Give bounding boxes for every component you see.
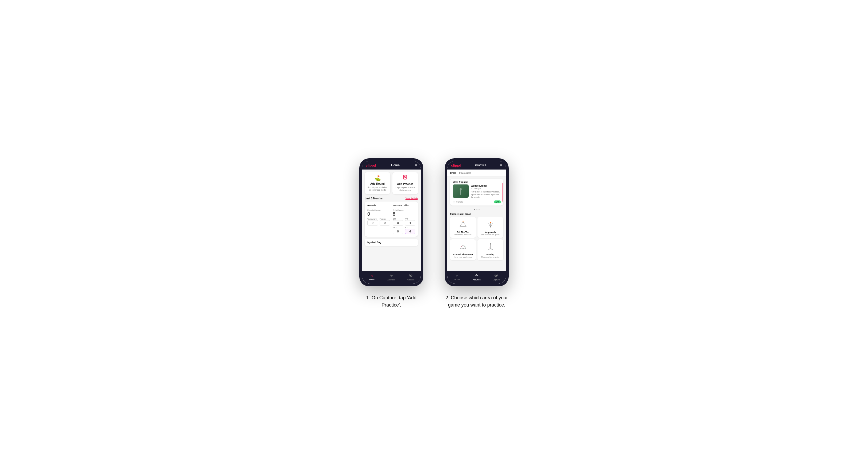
- most-popular-label: Most Popular: [450, 179, 503, 184]
- svg-point-16: [464, 246, 465, 247]
- phone2-nav-home[interactable]: ⌂ Home: [447, 271, 467, 284]
- explore-title: Explore skill areas: [450, 213, 503, 215]
- featured-title: Wedge Ladder: [471, 184, 501, 187]
- nav-home[interactable]: ⌂ Home: [362, 271, 381, 284]
- approach-skill-desc: Dial-in to hit the green: [481, 234, 499, 236]
- phone2-activities-nav-label: Activities: [473, 279, 480, 281]
- add-round-icon: ⛳: [374, 175, 381, 181]
- tabs-row: Drills Favourites: [447, 169, 506, 177]
- activities-nav-label: Activities: [388, 279, 395, 281]
- tournament-stat: Tournament 0: [367, 218, 378, 225]
- approach-skill-icon: [485, 219, 496, 230]
- rounds-title: Rounds: [367, 204, 390, 208]
- stats-panel: Rounds Rounds Capture 0 Tournament 0: [365, 201, 418, 237]
- phone2-menu-icon[interactable]: ≡: [500, 163, 502, 167]
- skill-card-putt[interactable]: Putting Make and lag practice: [477, 239, 503, 260]
- drills-row2: ARG 0 PUTT 4: [393, 226, 415, 234]
- carousel-dots: [447, 208, 506, 211]
- atg-skill-name: Around The Green: [453, 253, 473, 256]
- phone2-activities-nav-icon: [475, 274, 478, 278]
- app-label: APP: [405, 218, 415, 220]
- putt-value: 4: [405, 229, 415, 234]
- app-value: 4: [405, 220, 415, 225]
- phone2-screen: clippd Practice ≡ Drills Favourites Most…: [447, 161, 506, 284]
- practice-label: Practice: [380, 218, 390, 220]
- skill-card-approach[interactable]: Approach Dial-in to hit the green: [477, 217, 503, 238]
- svg-point-1: [405, 176, 406, 177]
- svg-point-23: [496, 275, 497, 276]
- phone2-content: Most Popular Wedge: [447, 177, 506, 271]
- phone2-frame: clippd Practice ≡ Drills Favourites Most…: [445, 158, 509, 286]
- rounds-substats: Tournament 0 Practice 0: [367, 218, 390, 225]
- caption2: 2. Choose which area of your game you wa…: [445, 294, 509, 309]
- featured-content: Wedge Ladder 50–100 yds Play 1 shot at e…: [450, 184, 503, 200]
- putt-label: PUTT: [405, 226, 415, 228]
- drills-value: 8: [393, 211, 415, 217]
- nav-capture[interactable]: Capture: [401, 271, 421, 284]
- rounds-capture-label: Rounds Capture: [367, 209, 390, 211]
- activities-nav-icon: [390, 274, 393, 278]
- practice-stat: Practice 0: [380, 218, 390, 225]
- dot-3: [478, 209, 480, 210]
- putt-skill-desc: Make and lag practice: [481, 256, 499, 258]
- featured-footer: 9 shots APP: [450, 200, 503, 206]
- ott-label: OTT: [393, 218, 403, 220]
- ott-value: 0: [393, 220, 403, 225]
- add-round-card[interactable]: ⛳ Add Round Record your shots fast or en…: [365, 172, 390, 194]
- dot-1: [474, 209, 475, 210]
- add-practice-title: Add Practice: [397, 183, 413, 186]
- skill-card-ott[interactable]: Off The Tee Power and accuracy: [450, 217, 476, 238]
- svg-point-21: [492, 249, 492, 250]
- arg-value: 0: [393, 229, 403, 234]
- phone2-nav-activities[interactable]: Activities: [467, 271, 486, 284]
- phone2-title: Practice: [475, 163, 486, 167]
- svg-point-20: [490, 243, 491, 244]
- stats-row: Rounds Rounds Capture 0 Tournament 0: [367, 204, 415, 234]
- add-practice-desc: Capture your practice off-the-course: [395, 186, 416, 192]
- skill-card-atg[interactable]: Around The Green Hone your short game: [450, 239, 476, 260]
- phone1-frame: clippd Home ≡ ⛳ Add Round Record your sh…: [359, 158, 423, 286]
- tab-favourites[interactable]: Favourites: [459, 172, 472, 176]
- accent-bar: [502, 183, 503, 201]
- add-round-desc: Record your shots fast or enhanced mode: [367, 186, 388, 191]
- rounds-col: Rounds Rounds Capture 0 Tournament 0: [367, 204, 390, 234]
- ott-skill-icon: [458, 219, 468, 230]
- capture-nav-icon: [409, 274, 413, 278]
- svg-point-15: [461, 246, 461, 247]
- tab-drills[interactable]: Drills: [450, 172, 456, 176]
- featured-desc: Play 1 shot at each target yardage. If y…: [471, 191, 501, 198]
- ott-skill-desc: Power and accuracy: [455, 234, 471, 236]
- rounds-value: 0: [367, 211, 390, 217]
- approach-skill-name: Approach: [485, 231, 496, 234]
- tournament-value: 0: [367, 220, 378, 225]
- atg-skill-desc: Hone your short game: [454, 256, 472, 258]
- my-bag-chevron-icon: ›: [414, 241, 415, 244]
- phone2-capture-nav-label: Capture: [493, 279, 500, 281]
- my-bag-row[interactable]: My Golf Bag ›: [365, 239, 418, 246]
- view-activity-link[interactable]: View Activity: [405, 197, 418, 200]
- svg-line-9: [463, 222, 466, 226]
- featured-card[interactable]: Most Popular Wedge: [450, 179, 503, 206]
- arg-stat: ARG 0: [393, 226, 403, 234]
- ott-stat: OTT 0: [393, 218, 403, 225]
- phone2-nav-capture[interactable]: Capture: [487, 271, 506, 284]
- phone1-screen: clippd Home ≡ ⛳ Add Round Record your sh…: [362, 161, 421, 284]
- phone1-section: clippd Home ≡ ⛳ Add Round Record your sh…: [359, 158, 423, 309]
- nav-activities[interactable]: Activities: [381, 271, 401, 284]
- caption1: 1. On Capture, tap 'Add Practice'.: [359, 294, 423, 309]
- shots-count: 9 shots: [453, 201, 463, 204]
- drills-substats: OTT 0 APP 4: [393, 218, 415, 234]
- featured-image: [453, 184, 469, 198]
- drills-title: Practice Drills: [393, 204, 415, 208]
- putt-skill-icon: [485, 242, 496, 252]
- phone1-menu-icon[interactable]: ≡: [415, 163, 417, 167]
- my-bag-label: My Golf Bag: [367, 241, 381, 244]
- phone2-section: clippd Practice ≡ Drills Favourites Most…: [445, 158, 509, 309]
- phone2-logo: clippd: [451, 163, 461, 167]
- phone1-topbar: clippd Home ≡: [362, 161, 421, 169]
- add-practice-icon: [403, 175, 408, 182]
- add-practice-card[interactable]: Add Practice Capture your practice off-t…: [393, 172, 418, 194]
- home-nav-label: Home: [369, 278, 375, 281]
- phone2-home-nav-label: Home: [455, 278, 460, 281]
- ott-skill-name: Off The Tee: [457, 231, 469, 234]
